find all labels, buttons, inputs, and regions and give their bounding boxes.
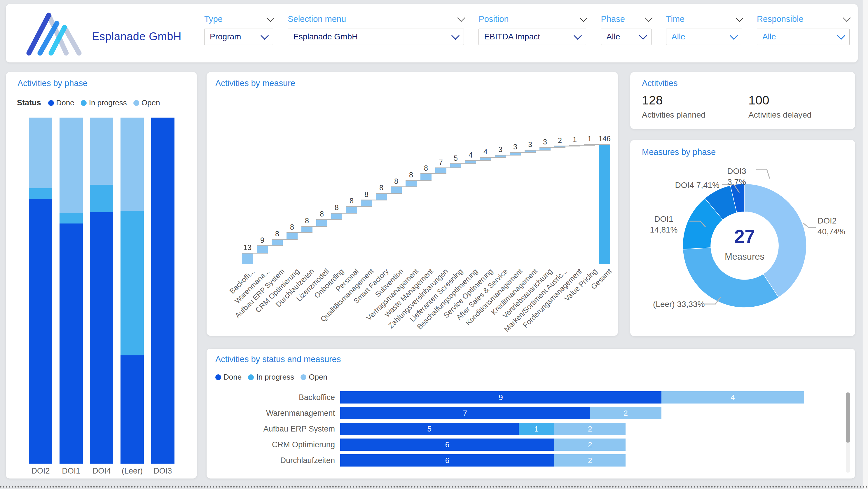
waterfall-bar-Qualitätsmanagement[interactable] bbox=[361, 200, 372, 207]
bar-segment-DOI3-done[interactable] bbox=[151, 118, 175, 464]
stacked-bar: 62 bbox=[340, 454, 804, 466]
waterfall-connector bbox=[435, 167, 461, 169]
bar-segment-DOI2-open[interactable] bbox=[29, 118, 52, 188]
bar-segment-durchlaufzeiten-open[interactable]: 2 bbox=[554, 454, 626, 466]
waterfall-bar-Durchlaufzeiten[interactable] bbox=[301, 226, 312, 233]
chevron-down-icon[interactable] bbox=[843, 14, 851, 22]
filter-dropdown[interactable]: Alle bbox=[757, 29, 849, 45]
legend-item-in-progress[interactable]: In progress bbox=[248, 373, 294, 381]
chevron-down-icon[interactable] bbox=[730, 32, 738, 40]
panel-title: Measures by phase bbox=[642, 147, 716, 157]
filter-label: Type bbox=[204, 14, 223, 24]
waterfall-bar-Vertragsmanagement[interactable] bbox=[406, 181, 416, 187]
bar-segment-crm-optimierung-done[interactable]: 6 bbox=[340, 438, 554, 451]
waterfall-connector bbox=[376, 193, 402, 194]
chevron-down-icon[interactable] bbox=[452, 32, 460, 40]
bar-segment-DOI4-open[interactable] bbox=[90, 118, 113, 185]
bar-segment-DOI1-done[interactable] bbox=[60, 223, 83, 464]
bar-segment-DOI1-in-progress[interactable] bbox=[60, 213, 83, 223]
filter-label: Selection menu bbox=[288, 14, 346, 24]
slice-name: DOI3 bbox=[718, 166, 756, 177]
legend-title: Status bbox=[17, 98, 41, 108]
bar-segment-(Leer)-in-progress[interactable] bbox=[121, 211, 144, 355]
waterfall-bar-Lizenzmodell[interactable] bbox=[316, 220, 328, 226]
waterfall-bar-Subvention[interactable] bbox=[391, 187, 402, 193]
waterfall-connector bbox=[554, 146, 580, 147]
legend-item-done[interactable]: Done bbox=[215, 373, 242, 381]
kpi-activities-delayed: 100 Activities delayed bbox=[748, 93, 811, 120]
chevron-down-icon[interactable] bbox=[574, 32, 582, 40]
bar-segment-aufbau-erp-system-done[interactable]: 5 bbox=[340, 423, 519, 435]
stacked-column-DOI3 bbox=[151, 118, 175, 464]
header-bar: Esplanade GmbH TypeProgramSelection menu… bbox=[6, 4, 858, 62]
waterfall-bar-Aufbau ERP System[interactable] bbox=[272, 240, 283, 246]
x-axis-label: DOI1 bbox=[56, 466, 86, 476]
phase-x-axis: DOI2DOI1DOI4(Leer)DOI3 bbox=[6, 466, 197, 478]
legend-dot-icon bbox=[248, 374, 254, 380]
chevron-down-icon[interactable] bbox=[645, 14, 653, 22]
donut-label-leer: (Leer) 33,33% bbox=[653, 299, 726, 310]
panel-scrollbar-thumb[interactable] bbox=[846, 392, 850, 442]
waterfall-bar-Backoffi...[interactable] bbox=[242, 253, 253, 264]
bar-segment-crm-optimierung-open[interactable]: 2 bbox=[554, 438, 626, 451]
waterfall-bar-CRM Optimierung[interactable] bbox=[286, 233, 298, 239]
waterfall-bar-Personal[interactable] bbox=[346, 207, 357, 213]
bar-row-warenmanagement: Warenmanagement72 bbox=[207, 407, 837, 419]
bar-segment-DOI4-done[interactable] bbox=[90, 212, 113, 464]
stacked-bar: 94 bbox=[340, 391, 804, 403]
bar-segment-backoffice-done[interactable]: 9 bbox=[340, 391, 661, 403]
x-axis-label: DOI4 bbox=[86, 466, 117, 476]
bar-segment-aufbau-erp-system-in-progress[interactable]: 1 bbox=[519, 423, 554, 435]
chevron-down-icon[interactable] bbox=[639, 32, 647, 40]
chevron-down-icon[interactable] bbox=[736, 14, 743, 22]
bar-segment-backoffice-open[interactable]: 4 bbox=[661, 391, 804, 403]
waterfall-bar-Smart Factory[interactable] bbox=[376, 193, 387, 200]
waterfall-connector bbox=[391, 186, 416, 187]
chevron-down-icon[interactable] bbox=[837, 32, 845, 40]
bar-segment-(Leer)-open[interactable] bbox=[121, 118, 144, 211]
bar-segment-DOI4-in-progress[interactable] bbox=[90, 185, 113, 212]
chevron-down-icon[interactable] bbox=[260, 32, 269, 40]
x-axis-label: DOI2 bbox=[25, 466, 56, 476]
stacked-column-DOI4 bbox=[90, 118, 113, 464]
bar-segment-DOI2-done[interactable] bbox=[29, 199, 52, 464]
measures-count-label: Measures bbox=[710, 251, 780, 262]
bar-segment-DOI1-open[interactable] bbox=[60, 118, 83, 213]
slice-pct: 7,41% bbox=[696, 181, 719, 190]
filter-dropdown[interactable]: EBITDA Impact bbox=[478, 29, 586, 45]
waterfall-connector bbox=[539, 147, 565, 148]
waterfall-bar-Waste Management[interactable] bbox=[421, 174, 432, 180]
x-axis-label: (Leer) bbox=[117, 466, 147, 476]
filter-selected-value: Alle bbox=[607, 32, 620, 41]
legend-label: In progress bbox=[256, 373, 294, 381]
kpi-value: 100 bbox=[748, 93, 811, 108]
page-scrollbar-track[interactable] bbox=[863, 0, 868, 489]
bar-segment-warenmanagement-done[interactable]: 7 bbox=[340, 407, 590, 419]
company-name: Esplanade GmbH bbox=[92, 30, 182, 43]
bar-segment-warenmanagement-open[interactable]: 2 bbox=[590, 407, 661, 419]
filter-dropdown[interactable]: Program bbox=[204, 29, 273, 45]
chevron-down-icon[interactable] bbox=[580, 14, 587, 22]
waterfall-bar-Gesamt[interactable] bbox=[599, 145, 610, 264]
waterfall-bar-Onboarding[interactable] bbox=[331, 213, 342, 220]
filter-selected-value: Alle bbox=[763, 32, 776, 41]
bar-segment-DOI2-in-progress[interactable] bbox=[29, 188, 52, 199]
filter-label: Phase bbox=[601, 14, 625, 24]
waterfall-connector bbox=[421, 173, 446, 174]
legend-item-open[interactable]: Open bbox=[133, 98, 160, 108]
filter-dropdown[interactable]: Esplanade GmbH bbox=[288, 29, 464, 45]
filter-dropdown[interactable]: Alle bbox=[666, 29, 742, 45]
waterfall-bar-Warenmana...[interactable] bbox=[257, 246, 268, 253]
filter-dropdown[interactable]: Alle bbox=[601, 29, 652, 45]
x-axis-label: DOI3 bbox=[148, 466, 178, 476]
panel-scrollbar-track[interactable] bbox=[846, 392, 850, 473]
legend-item-done[interactable]: Done bbox=[48, 98, 74, 108]
legend-item-open[interactable]: Open bbox=[301, 373, 328, 381]
legend-item-in-progress[interactable]: In progress bbox=[81, 98, 127, 108]
bar-segment-(Leer)-done[interactable] bbox=[121, 355, 144, 464]
chevron-down-icon[interactable] bbox=[267, 14, 274, 22]
bar-segment-durchlaufzeiten-done[interactable]: 6 bbox=[340, 454, 554, 466]
chevron-down-icon[interactable] bbox=[457, 14, 465, 22]
bar-segment-aufbau-erp-system-open[interactable]: 2 bbox=[554, 423, 626, 435]
stacked-bar: 512 bbox=[340, 423, 804, 435]
